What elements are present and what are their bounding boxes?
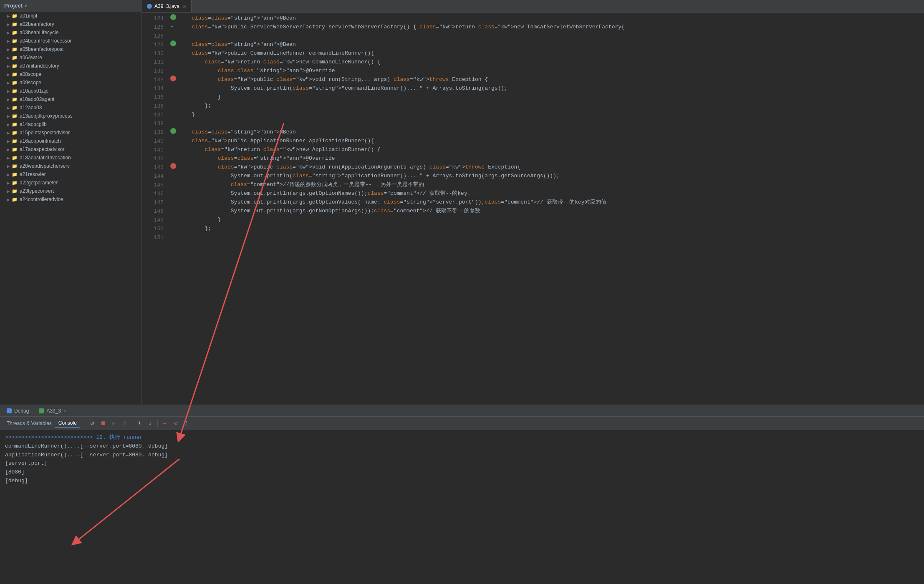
code-text: class="kw">return class="kw">new Applica… bbox=[179, 146, 381, 154]
sidebar-item-a01impl[interactable]: ▶📁a01impl bbox=[0, 12, 141, 20]
folder-icon: 📁 bbox=[12, 88, 18, 94]
expand-arrow-icon: ▶ bbox=[7, 22, 10, 27]
editor-area: A39_3.java × 124125128129130131132133134… bbox=[142, 0, 924, 405]
sidebar-item-a24controlleradvice[interactable]: ▶📁a24controlleradvice bbox=[0, 195, 141, 204]
code-line: class="kw">public ApplicationRunner appl… bbox=[167, 137, 924, 146]
sidebar-item-label: a12aop03 bbox=[20, 105, 42, 111]
green-dot-icon bbox=[170, 40, 176, 46]
sidebar-item-label: a01impl bbox=[20, 13, 37, 19]
sidebar-item-a18aopstaticInvocation[interactable]: ▶📁a18aopstaticInvocation bbox=[0, 154, 141, 162]
code-text: System.out.println(args.getOptionValues(… bbox=[179, 198, 606, 207]
code-text: class=class="string">"ann">@Override bbox=[179, 154, 335, 163]
code-line: class=class="string">"ann">@Override bbox=[167, 67, 924, 76]
expand-arrow-icon: ▶ bbox=[7, 189, 10, 194]
sidebar-item-a23typeconvert[interactable]: ▶📁a23typeconvert bbox=[0, 187, 141, 195]
line-number: 134 bbox=[142, 84, 164, 93]
step-over-button[interactable]: ⬇ bbox=[135, 419, 144, 428]
line-number: 146 bbox=[142, 189, 164, 198]
sidebar-item-label: a07initanddestory bbox=[20, 63, 59, 69]
folder-icon: 📁 bbox=[12, 22, 18, 27]
close-session-icon[interactable]: × bbox=[63, 408, 66, 414]
sidebar-item-a07initanddestory[interactable]: ▶📁a07initanddestory bbox=[0, 62, 141, 70]
code-text: class=class="string">"ann">@Bean bbox=[179, 14, 296, 23]
debug-session-name-tab[interactable]: A39_3 × bbox=[35, 405, 70, 416]
sidebar-item-label: a06Aware bbox=[20, 55, 42, 60]
sidebar-scroll[interactable]: ▶📁a01impl▶📁a02beanfactory▶📁a03beanLifecy… bbox=[0, 12, 141, 405]
code-text: System.out.println(args.getOptionNames()… bbox=[179, 189, 471, 198]
tab-threads-variables[interactable]: Threads & Variables bbox=[3, 420, 55, 427]
sidebar-item-a09scope[interactable]: ▶📁a09scope bbox=[0, 78, 141, 87]
debug-session-tab[interactable]: Debug bbox=[3, 405, 32, 416]
sidebar-item-a06Aware[interactable]: ▶📁a06Aware bbox=[0, 53, 141, 62]
sidebar-item-a05beanfactorypost[interactable]: ▶📁a05beanfactorypost bbox=[0, 45, 141, 53]
sidebar-item-a17aoaspectadvisor[interactable]: ▶📁a17aoaspectadvisor bbox=[0, 145, 141, 154]
tab-console[interactable]: Console bbox=[55, 419, 80, 428]
folder-icon: 📁 bbox=[12, 13, 18, 19]
code-line: System.out.println(class="string">"appli… bbox=[167, 172, 924, 181]
expand-arrow-icon: ▶ bbox=[7, 81, 10, 85]
sidebar-header[interactable]: Project ∨ bbox=[0, 0, 141, 12]
sidebar-item-a14aopcglib[interactable]: ▶📁a14aopcglib bbox=[0, 120, 141, 128]
more-button[interactable]: ⋮ bbox=[182, 419, 191, 428]
console-content[interactable]: >>>>>>>>>>>>>>>>>>>>>>>>>>> 12. 执行 runne… bbox=[0, 430, 924, 584]
code-line: class=class="string">"ann">@Override bbox=[167, 154, 924, 163]
folder-icon: 📁 bbox=[12, 63, 18, 69]
sidebar-item-a08scope[interactable]: ▶📁a08scope bbox=[0, 70, 141, 78]
expand-arrow-icon: ▶ bbox=[7, 197, 10, 202]
sidebar-item-a03beanLifecycle[interactable]: ▶📁a03beanLifecycle bbox=[0, 28, 141, 37]
code-text: class="comment">//传递的参数分成两类，一类是带-- ，另外一类… bbox=[179, 181, 424, 189]
expand-arrow-icon: ▶ bbox=[7, 14, 10, 18]
code-text: class=class="string">"ann">@Override bbox=[179, 67, 335, 76]
code-text: class="kw">public class="kw">void run(Ap… bbox=[179, 163, 520, 172]
line-number: 138 bbox=[142, 119, 164, 128]
line-number: 147 bbox=[142, 198, 164, 207]
tab-a39-3[interactable]: A39_3.java × bbox=[142, 0, 192, 12]
resume-button[interactable]: ▶ bbox=[109, 419, 119, 428]
mute-button[interactable]: ↩ bbox=[160, 419, 169, 428]
pause-button[interactable]: ⏸ bbox=[120, 419, 129, 428]
expand-arrow-icon: ▶ bbox=[7, 30, 10, 35]
code-text: } bbox=[179, 111, 195, 119]
code-line: class="kw">return class="kw">new Command… bbox=[167, 58, 924, 67]
rerun-button[interactable]: ↺ bbox=[88, 419, 97, 428]
sidebar-item-a16aoppointmatch[interactable]: ▶📁a16aoppointmatch bbox=[0, 137, 141, 145]
debug-icon bbox=[7, 408, 12, 413]
sidebar-item-a12aop03[interactable]: ▶📁a12aop03 bbox=[0, 103, 141, 112]
code-text: class="kw">public ServletWebServerFactor… bbox=[179, 23, 625, 32]
code-line: } bbox=[167, 111, 924, 119]
sidebar-item-a21resovler[interactable]: ▶📁a21resovler bbox=[0, 170, 141, 179]
session-icon bbox=[39, 408, 44, 413]
folder-icon: 📁 bbox=[12, 80, 18, 86]
sidebar-item-a04beanPostProcessor[interactable]: ▶📁a04beanPostProcessor bbox=[0, 37, 141, 45]
sidebar-item-a15pointaspectadvisor[interactable]: ▶📁a15pointaspectadvisor bbox=[0, 128, 141, 137]
clear-button[interactable]: ⊘ bbox=[171, 419, 180, 428]
sidebar-item-label: a10aop02agent bbox=[20, 96, 54, 102]
folder-icon: 📁 bbox=[12, 155, 18, 161]
sidebar-item-a13aopjdkproxyprocess[interactable]: ▶📁a13aopjdkproxyprocess bbox=[0, 112, 141, 120]
top-area: Project ∨ ▶📁a01impl▶📁a02beanfactory▶📁a03… bbox=[0, 0, 924, 405]
code-text: class=class="string">"ann">@Bean bbox=[179, 128, 296, 137]
green-dot-icon bbox=[170, 14, 176, 20]
step-into-button[interactable]: ↓ bbox=[146, 419, 155, 428]
sidebar-item-a10aop02agent[interactable]: ▶📁a10aop02agent bbox=[0, 95, 141, 103]
code-line: class="comment">//传递的参数分成两类，一类是带-- ，另外一类… bbox=[167, 181, 924, 189]
sidebar-item-a20webdispatcherserv[interactable]: ▶📁a20webdispatcherserv bbox=[0, 162, 141, 170]
code-lines[interactable]: class=class="string">"ann">@Bean➤ class=… bbox=[167, 13, 924, 405]
close-tab-icon[interactable]: × bbox=[183, 3, 186, 10]
sidebar-item-a10aop01ajc[interactable]: ▶📁a10aop01ajc bbox=[0, 87, 141, 95]
sidebar-item-label: a21resovler bbox=[20, 171, 46, 177]
expand-arrow-icon: ▶ bbox=[7, 147, 10, 152]
stop-button[interactable]: ⏹ bbox=[98, 419, 108, 428]
line-number: 139 bbox=[142, 128, 164, 137]
folder-icon: 📁 bbox=[12, 164, 18, 169]
sidebar-item-label: a09scope bbox=[20, 80, 41, 86]
code-text: class=class="string">"ann">@Bean bbox=[179, 40, 296, 49]
sidebar-item-a02beanfactory[interactable]: ▶📁a02beanfactory bbox=[0, 20, 141, 28]
sidebar-item-label: a16aoppointmatch bbox=[20, 138, 61, 144]
sidebar-item-a22getparameter[interactable]: ▶📁a22getparameter bbox=[0, 179, 141, 187]
line-number: 145 bbox=[142, 181, 164, 189]
code-line bbox=[167, 233, 924, 242]
code-text: } bbox=[179, 93, 221, 102]
sidebar-item-label: a02beanfactory bbox=[20, 21, 54, 27]
sidebar: Project ∨ ▶📁a01impl▶📁a02beanfactory▶📁a03… bbox=[0, 0, 142, 405]
